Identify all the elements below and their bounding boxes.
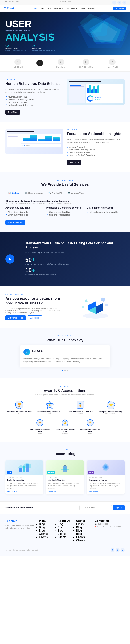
footer-link-item[interactable]: Blog: [76, 529, 91, 532]
dark-stat-1: 50+ Customer Reached (yet to develop) as…: [25, 256, 125, 265]
hero-badge-returning: 02 Returning Visitors Number of users vi…: [5, 44, 26, 52]
check-item: Professional Consulting Services: [5, 98, 63, 101]
awards-grid: 🏆 Microsoft Partner of the Year Award 🥇 …: [5, 400, 125, 414]
newsletter-signup-button[interactable]: Sign Up: [113, 505, 125, 510]
tab-big-data[interactable]: 📊 Big Data: [5, 190, 22, 196]
about-2-image: 52% Analytics: [5, 129, 63, 165]
footer-contact-col: Contact us 📞 +01000000000 📍 Avenue Rd, N…: [95, 519, 125, 542]
mock-chart-2: [22, 135, 60, 142]
play-button[interactable]: ▶: [5, 254, 14, 264]
footer-about-item[interactable]: Clients: [58, 536, 73, 539]
apply-here-button[interactable]: Apply Here: [28, 316, 42, 320]
footer-about-item[interactable]: Clients: [58, 532, 73, 536]
about-2-text: ABOUT US Focused on Actionable Insights …: [67, 129, 125, 165]
about-2-read-more-button[interactable]: Read More: [67, 160, 81, 165]
footer-menu-item[interactable]: Clients: [39, 532, 54, 536]
partner-logo-5: P: [109, 59, 116, 65]
twitter-icon[interactable]: t: [117, 0, 121, 4]
nav-about[interactable]: About Us ▾: [41, 7, 51, 10]
dot-1[interactable]: [62, 370, 63, 371]
nav-home[interactable]: Home: [33, 8, 38, 10]
award-item-2: 🥇 Global Sourcing Awards 2018 Finalist: [36, 400, 64, 414]
service-col-2: Professional Consulting Services It is a…: [46, 206, 84, 218]
computer-vision-icon: 💻: [68, 192, 70, 194]
footer-link-item[interactable]: Clients: [76, 539, 91, 542]
blog-date-3: OCTOBER 20, 2019: [89, 476, 123, 478]
awards-text: It is a long established fact that a rea…: [5, 394, 125, 396]
footer-facebook-icon[interactable]: f: [111, 548, 115, 552]
partner-logo-1: P: [14, 59, 21, 65]
newsletter-email-input[interactable]: [79, 505, 112, 510]
partner-3: D DESIGN: [56, 59, 65, 68]
services-content: Advance Advisory Team Simply dummy text …: [5, 206, 125, 218]
footer-about-item[interactable]: Blog: [58, 526, 73, 529]
svg-rect-32: [19, 468, 22, 472]
about-1-title: Human Behaviour, Data Science: [5, 82, 63, 86]
services-category-label: Choose Your Software Development Service…: [5, 200, 125, 202]
view-all-services-button[interactable]: View all Services: [5, 220, 25, 225]
about-1-label: ABOUT US: [5, 79, 63, 80]
get-started-text: LET GET STARTED Are you ready for a bett…: [5, 294, 63, 320]
get-started-project-button[interactable]: Get Started Project: [5, 316, 26, 320]
svg-marker-43: [103, 463, 108, 471]
award-name-7: Microsoft Partner of the Year: [79, 428, 101, 432]
partner-4: B BEARBRAND: [79, 59, 94, 68]
blog-read-more-1[interactable]: Read More »: [7, 490, 41, 492]
tab-analytical-ai[interactable]: 🔍 Analytical AI: [45, 190, 64, 196]
blog-read-more-3[interactable]: Read More »: [89, 490, 123, 492]
awards-label: AWARDS: [5, 385, 125, 387]
hero-subtitle: Be Ready To Make Decision: [5, 29, 125, 32]
linkedin-icon[interactable]: in: [123, 0, 127, 4]
footer-menu-item[interactable]: Blog: [39, 526, 54, 529]
footer: ⬡ Xamin It is a long established fact th…: [0, 514, 130, 556]
footer-useful-list: Blog Blog Blog Clients Clients: [76, 526, 91, 542]
footer-about-item[interactable]: Blog: [58, 529, 73, 532]
footer-menu-item[interactable]: Blog: [39, 529, 54, 532]
nav-services[interactable]: Services ▾: [54, 7, 63, 10]
footer-linkedin-icon[interactable]: in: [121, 548, 125, 552]
testimonial-avatar: J: [23, 349, 30, 355]
facebook-icon[interactable]: f: [112, 0, 116, 4]
dot-3[interactable]: [67, 370, 68, 371]
footer-address: 📍 Avenue Rd, New York, NY 16001: [95, 526, 125, 528]
footer-link-item[interactable]: Blog: [76, 526, 91, 529]
award-icon-4: ⭐: [106, 400, 115, 409]
blog-post-title-3: Construction Industry: [89, 479, 123, 481]
nav-logo[interactable]: ⬡ Xamin: [3, 7, 15, 10]
nav-cta-button[interactable]: Get Started: [113, 6, 127, 10]
services-tabs: 📊 Big Data 🤖 Machine Learning 🔍 Analytic…: [5, 190, 125, 196]
get-started-section: LET GET STARTED Are you ready for a bett…: [0, 286, 130, 328]
svg-marker-13: [96, 303, 103, 314]
nav-pages[interactable]: Pages ▾: [88, 7, 96, 10]
tab-machine-learning[interactable]: 🤖 Machine Learning: [22, 190, 46, 196]
footer-link-item[interactable]: Clients: [76, 536, 91, 539]
footer-about-list: Blog Blog Blog Clients Clients: [58, 522, 73, 539]
footer-about-item[interactable]: Blog: [58, 522, 73, 526]
clients-label: OUR SERVICES: [5, 335, 125, 337]
nav-cases[interactable]: Our Cases ▾: [66, 7, 77, 10]
award-sub-5: Award: [29, 432, 51, 434]
hero-badges: 02 Returning Visitors Number of users vi…: [5, 44, 125, 52]
footer-twitter-icon[interactable]: t: [116, 548, 120, 552]
partner-1: P PARTNER: [12, 59, 23, 68]
top-bar: support@xamin.com +0 (000) 000 0000 f t …: [0, 0, 130, 5]
dot-2[interactable]: [64, 370, 66, 371]
footer-menu-item[interactable]: Blog: [39, 522, 54, 526]
footer-link-item[interactable]: Blog: [76, 532, 91, 536]
get-started-body: The point of using lorem ipsum is that i…: [5, 308, 63, 314]
award-item-3: 🏅 Gold Winner of 2013 Horizon Awards: [66, 400, 94, 414]
about-2-checklist: Advance Advisory Team Professional Consu…: [67, 146, 125, 156]
service-col2-list: It is a long established fact It is a lo…: [46, 211, 84, 216]
blog-read-more-2[interactable]: Read More »: [48, 490, 82, 492]
about-1-checklist: Advance Advisory Team Professional Consu…: [5, 96, 63, 106]
award-name-6: Global Sourcing Awards 2018: [54, 428, 76, 432]
about-1-read-more-button[interactable]: Read More: [5, 110, 20, 114]
tab-computer-vision[interactable]: 💻 Computer Vision: [65, 190, 87, 196]
svg-marker-35: [18, 463, 31, 468]
blog-title: Recent Blog: [5, 452, 125, 456]
testimonial-body: Richard McDonald, a latin professor at H…: [23, 358, 107, 363]
svg-point-16: [105, 304, 108, 306]
nav-blog[interactable]: Blog ▾: [80, 7, 85, 10]
dark-stat2-desc: we believe as you believe in your busine…: [25, 274, 125, 275]
footer-menu-item[interactable]: Clients: [39, 536, 54, 539]
